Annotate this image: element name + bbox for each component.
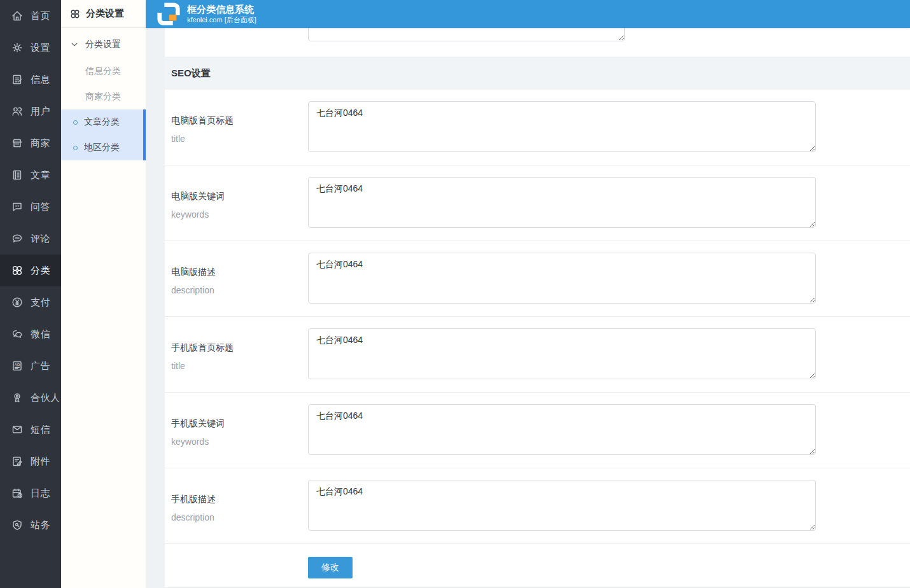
main-content: SEO设置 电脑版首页标题title电脑版关键词keywords电脑版描述des… bbox=[146, 28, 910, 588]
field-sublabel: description bbox=[171, 285, 308, 295]
shield-wrench-icon bbox=[11, 519, 24, 531]
form-row-label-block: 手机版首页标题title bbox=[171, 328, 308, 379]
sidebar-item-articles[interactable]: 文章 bbox=[0, 159, 61, 191]
field-sublabel: description bbox=[171, 512, 308, 522]
form-row-pc-description: 电脑版描述description bbox=[165, 241, 910, 317]
field-label: 手机版首页标题 bbox=[171, 342, 308, 354]
categories-icon bbox=[11, 264, 24, 277]
sidebar-item-payment[interactable]: 支付 bbox=[0, 286, 61, 318]
sidebar-item-attachments[interactable]: 附件 bbox=[0, 445, 61, 477]
app-title: 框分类信息系统 bbox=[187, 4, 256, 15]
field-label: 电脑版描述 bbox=[171, 267, 308, 278]
seo-section-title: SEO设置 bbox=[171, 67, 211, 80]
sidebar-item-site[interactable]: 站务 bbox=[0, 509, 61, 541]
sidebar-item-label: 附件 bbox=[31, 456, 50, 468]
logo-mark-icon bbox=[157, 2, 181, 26]
sidebar-item-label: 微信 bbox=[31, 328, 50, 340]
subnav-group-categories[interactable]: 分类设置 bbox=[61, 31, 146, 59]
categories-icon bbox=[69, 8, 81, 20]
sidebar-item-label: 广告 bbox=[31, 360, 50, 372]
sidebar-item-home[interactable]: 首页 bbox=[0, 0, 61, 32]
form-row-mobile-description: 手机版描述description bbox=[165, 468, 910, 544]
yuan-circle-icon bbox=[11, 296, 24, 309]
gear-icon bbox=[11, 41, 24, 54]
users-icon bbox=[11, 105, 24, 118]
store-icon bbox=[11, 137, 24, 150]
seo-section-header: SEO设置 bbox=[165, 57, 910, 90]
sidebar-item-label: 用户 bbox=[31, 106, 50, 118]
sidebar-item-label: 分类 bbox=[31, 265, 50, 277]
sidebar-item-label: 信息 bbox=[31, 74, 50, 86]
sidebar-item-wechat[interactable]: 微信 bbox=[0, 318, 61, 350]
modify-button[interactable]: 修改 bbox=[308, 557, 353, 578]
sidebar-item-label: 合伙人 bbox=[31, 392, 60, 404]
pc-description-textarea[interactable] bbox=[308, 253, 816, 304]
subnav-item-region-categories[interactable]: 地区分类 bbox=[61, 135, 146, 160]
top-partial-textarea[interactable] bbox=[308, 28, 625, 41]
svg-text:AD: AD bbox=[15, 362, 20, 367]
active-bullet-icon bbox=[73, 146, 78, 150]
sidebar-item-qa[interactable]: 问答 bbox=[0, 191, 61, 223]
sidebar-item-settings[interactable]: 设置 bbox=[0, 32, 61, 64]
form-row-pc-keywords: 电脑版关键词keywords bbox=[165, 165, 910, 241]
pc-title-textarea[interactable] bbox=[308, 101, 816, 152]
field-sublabel: keywords bbox=[171, 437, 308, 447]
subnav-items: 信息分类商家分类文章分类地区分类 bbox=[61, 59, 146, 160]
info-doc-icon bbox=[11, 73, 24, 86]
sidebar-item-comments[interactable]: 评论 bbox=[0, 223, 61, 255]
file-pen-icon bbox=[11, 455, 24, 468]
home-icon bbox=[11, 10, 24, 22]
chevron-down-icon bbox=[70, 40, 79, 49]
subnav-item-label: 地区分类 bbox=[84, 142, 120, 153]
pc-keywords-textarea[interactable] bbox=[308, 177, 816, 228]
envelope-icon bbox=[11, 423, 24, 436]
chat-square-icon bbox=[11, 200, 24, 213]
field-sublabel: title bbox=[171, 134, 308, 144]
comment-icon bbox=[11, 232, 24, 245]
subnav-item-article-categories[interactable]: 文章分类 bbox=[61, 109, 146, 135]
sidebar-item-sms[interactable]: 短信 bbox=[0, 414, 61, 445]
sidebar-item-partners[interactable]: 合伙人 bbox=[0, 382, 61, 414]
sidebar-item-logs[interactable]: 日志 bbox=[0, 477, 61, 509]
active-bullet-icon bbox=[73, 120, 78, 125]
app-root: 首页设置信息用户商家文章问答评论分类支付微信AD广告合伙人短信附件日志站务 分类… bbox=[0, 0, 910, 588]
form-row-mobile-title: 手机版首页标题title bbox=[165, 317, 910, 393]
subnav-title: 分类设置 bbox=[86, 8, 124, 20]
sidebar-item-label: 问答 bbox=[31, 201, 50, 213]
sidebar-item-label: 商家 bbox=[31, 137, 50, 150]
form-row-label-block: 电脑版关键词keywords bbox=[171, 177, 308, 228]
topbar: 框分类信息系统 kfenlei.com [后台面板] bbox=[146, 0, 910, 28]
submit-row: 修改 bbox=[165, 544, 910, 588]
sidebar-item-categories[interactable]: 分类 bbox=[0, 255, 61, 286]
mobile-title-textarea[interactable] bbox=[308, 328, 816, 379]
primary-sidebar: 首页设置信息用户商家文章问答评论分类支付微信AD广告合伙人短信附件日志站务 bbox=[0, 0, 61, 588]
subnav-item-label: 文章分类 bbox=[84, 116, 120, 128]
sidebar-item-info[interactable]: 信息 bbox=[0, 64, 61, 95]
mobile-description-textarea[interactable] bbox=[308, 480, 816, 531]
sidebar-item-label: 支付 bbox=[31, 297, 50, 309]
field-label: 电脑版首页标题 bbox=[171, 115, 308, 127]
field-label: 手机版关键词 bbox=[171, 418, 308, 430]
seo-form: 电脑版首页标题title电脑版关键词keywords电脑版描述descripti… bbox=[165, 90, 910, 588]
subnav-item-info-categories[interactable]: 信息分类 bbox=[61, 59, 146, 84]
sidebar-item-ads[interactable]: AD广告 bbox=[0, 350, 61, 382]
sidebar-item-label: 文章 bbox=[31, 169, 50, 181]
form-row-pc-title: 电脑版首页标题title bbox=[165, 90, 910, 165]
sidebar-item-merchants[interactable]: 商家 bbox=[0, 127, 61, 159]
subnav-group-label: 分类设置 bbox=[85, 39, 121, 50]
sidebar-item-label: 设置 bbox=[31, 42, 50, 54]
subnav-item-merchant-categories[interactable]: 商家分类 bbox=[61, 84, 146, 109]
ad-doc-icon: AD bbox=[11, 360, 24, 372]
calendar-clock-icon bbox=[11, 487, 24, 500]
sidebar-item-label: 首页 bbox=[31, 10, 50, 22]
sidebar-item-label: 日志 bbox=[31, 487, 50, 500]
sidebar-item-users[interactable]: 用户 bbox=[0, 95, 61, 127]
form-row-label-block: 电脑版描述description bbox=[171, 253, 308, 304]
brand-block: 框分类信息系统 kfenlei.com [后台面板] bbox=[187, 4, 256, 24]
form-row-mobile-keywords: 手机版关键词keywords bbox=[165, 393, 910, 468]
article-icon bbox=[11, 169, 24, 181]
sidebar-item-label: 评论 bbox=[31, 233, 50, 245]
field-sublabel: keywords bbox=[171, 209, 308, 220]
mobile-keywords-textarea[interactable] bbox=[308, 404, 816, 455]
app-subtitle: kfenlei.com [后台面板] bbox=[187, 15, 256, 24]
